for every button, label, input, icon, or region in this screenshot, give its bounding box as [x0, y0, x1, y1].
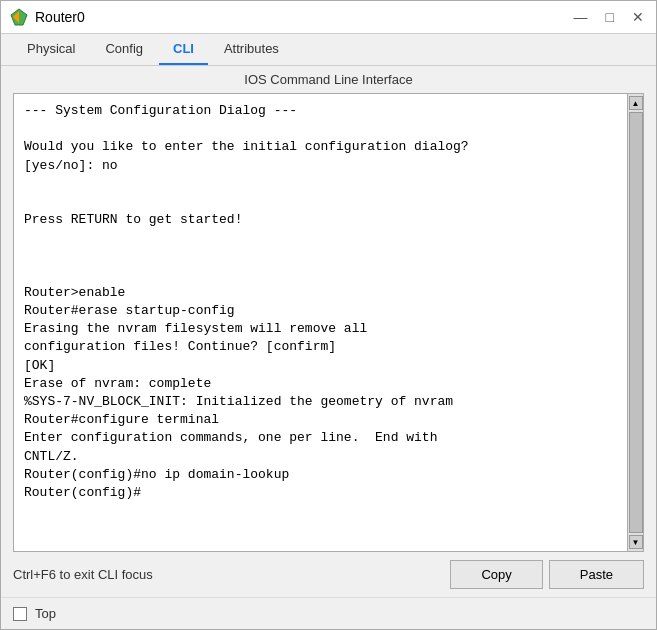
tab-config[interactable]: Config: [91, 34, 157, 65]
window-controls: — □ ✕: [570, 7, 648, 27]
bottom-bar: Ctrl+F6 to exit CLI focus Copy Paste: [1, 552, 656, 597]
action-buttons: Copy Paste: [450, 560, 644, 589]
tab-attributes[interactable]: Attributes: [210, 34, 293, 65]
tab-bar: Physical Config CLI Attributes: [1, 34, 656, 66]
terminal-area: --- System Configuration Dialog --- Woul…: [13, 93, 644, 552]
scrollbar[interactable]: ▲ ▼: [627, 94, 643, 551]
main-window: Router0 — □ ✕ Physical Config CLI Attrib…: [0, 0, 657, 630]
title-bar-left: Router0: [9, 7, 85, 27]
top-label: Top: [35, 606, 56, 621]
top-checkbox[interactable]: [13, 607, 27, 621]
tab-cli[interactable]: CLI: [159, 34, 208, 65]
paste-button[interactable]: Paste: [549, 560, 644, 589]
footer-bar: Top: [1, 597, 656, 629]
title-bar: Router0 — □ ✕: [1, 1, 656, 34]
copy-button[interactable]: Copy: [450, 560, 542, 589]
scroll-down-button[interactable]: ▼: [629, 535, 643, 549]
minimize-button[interactable]: —: [570, 7, 592, 27]
cli-section-title: IOS Command Line Interface: [1, 66, 656, 93]
scroll-up-button[interactable]: ▲: [629, 96, 643, 110]
scroll-thumb[interactable]: [629, 112, 643, 533]
close-button[interactable]: ✕: [628, 7, 648, 27]
window-title: Router0: [35, 9, 85, 25]
tab-physical[interactable]: Physical: [13, 34, 89, 65]
maximize-button[interactable]: □: [602, 7, 618, 27]
app-icon: [9, 7, 29, 27]
terminal-content[interactable]: --- System Configuration Dialog --- Woul…: [14, 94, 627, 551]
cli-focus-hint: Ctrl+F6 to exit CLI focus: [13, 567, 153, 582]
